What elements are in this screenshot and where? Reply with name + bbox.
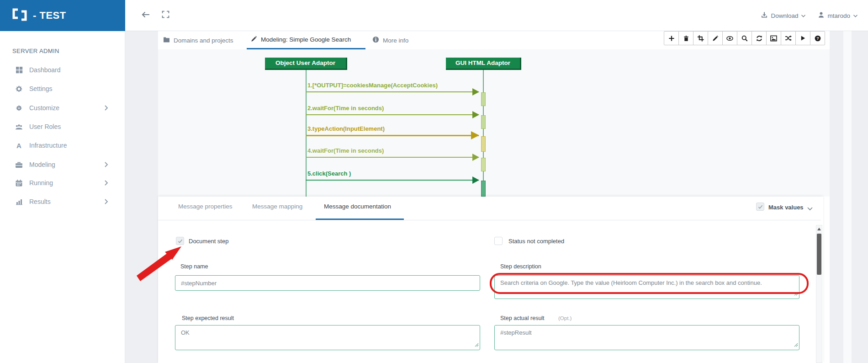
arrowhead-icon [472, 154, 479, 161]
step-actual-result-label: Step actual result [500, 315, 545, 321]
chevron-down-icon [853, 12, 858, 19]
snapshot-button[interactable] [766, 31, 781, 45]
run-button[interactable] [795, 31, 810, 45]
activation-bar [481, 92, 486, 106]
download-menu[interactable]: Download [761, 11, 806, 20]
adaptor-box-gui-html[interactable]: GUI HTML Adaptor [446, 58, 521, 70]
gear-icon [15, 85, 23, 93]
scrollbar-thumb[interactable] [817, 234, 821, 275]
bar-chart-icon [15, 198, 23, 206]
sidebar-item-label: Infrastructure [29, 142, 67, 149]
sidebar-item-customize[interactable]: Customize [0, 99, 125, 117]
sidebar-item-label: Customize [29, 104, 59, 112]
download-label: Download [771, 12, 798, 19]
add-button[interactable] [664, 31, 679, 45]
refresh-button[interactable] [752, 31, 767, 45]
step-actual-result-opt: (Opt.) [558, 315, 572, 321]
calendar-icon [15, 179, 23, 187]
app-root: - TEST SERVER ADMIN Dashboard Settings C… [0, 0, 868, 363]
diagram-toolbar: ? [664, 31, 825, 45]
chevron-down-icon [801, 12, 806, 19]
activation-bar [481, 158, 486, 171]
dashboard-icon [15, 66, 23, 74]
fullscreen-icon[interactable] [162, 11, 172, 21]
step-name-label: Step name [180, 263, 208, 270]
view-button[interactable] [722, 31, 737, 45]
tab-label: Domains and projects [174, 37, 233, 44]
tab-label: More info [383, 37, 408, 44]
lifeline-gui-html-adaptor [483, 70, 484, 197]
check-icon [177, 238, 183, 244]
window-scrollbar-track[interactable] [843, 31, 852, 363]
search-button[interactable] [737, 31, 752, 45]
sidebar-item-dashboard[interactable]: Dashboard [0, 61, 125, 79]
sidebar-item-label: Dashboard [29, 66, 61, 74]
mask-values-label: Mask values [768, 204, 804, 211]
download-icon [761, 11, 768, 20]
edit-button[interactable] [708, 31, 723, 45]
brand-bracket-icon [12, 8, 27, 23]
step-expected-result-label: Step expected result [182, 315, 234, 321]
chevron-right-icon [104, 161, 108, 170]
tab-divider [158, 220, 821, 220]
sidebar-item-label: Settings [29, 85, 53, 92]
delete-button[interactable] [678, 31, 693, 45]
main-tab-bar: Domains and projects Modeling: Simple Go… [158, 31, 830, 49]
sidebar-item-label: Results [29, 198, 51, 205]
arrowhead-icon [472, 111, 479, 118]
sidebar-item-running[interactable]: Running [0, 174, 125, 192]
tab-label: Modeling: Simple Google Search [261, 36, 351, 43]
sidebar-item-user-roles[interactable]: User Roles [0, 117, 125, 136]
tab-message-documentation[interactable]: Message documentation [324, 203, 391, 210]
sidebar-item-infrastructure[interactable]: A Infrastructure [0, 136, 125, 155]
shuffle-button[interactable] [781, 31, 796, 45]
help-button[interactable]: ? [810, 31, 825, 45]
status-not-completed-checkbox[interactable] [494, 237, 503, 245]
step-description-textarea[interactable]: Search criteria on Google. Type the valu… [494, 275, 799, 299]
message-panel: Message properties Message mapping Messa… [158, 197, 823, 363]
tab-more-info[interactable]: More info [368, 31, 408, 49]
cog-icon [15, 104, 23, 112]
user-menu[interactable]: mtarodo [818, 11, 858, 20]
sidebar-item-modeling[interactable]: Modeling [0, 155, 125, 174]
sidebar-item-label: Modeling [29, 161, 55, 168]
sidebar-item-settings[interactable]: Settings [0, 80, 125, 98]
logo-text: - TEST [33, 10, 66, 21]
arrowhead-icon [472, 88, 479, 96]
briefcase-icon [15, 161, 23, 169]
tab-message-mapping[interactable]: Message mapping [252, 203, 302, 210]
sidebar-section-title: SERVER ADMIN [12, 48, 59, 54]
collapse-chevron-icon[interactable] [807, 205, 813, 213]
tab-domains-and-projects[interactable]: Domains and projects [159, 31, 233, 49]
user-icon [818, 11, 825, 20]
top-header: Download mtarodo [125, 0, 868, 31]
step-name-input[interactable] [175, 275, 480, 291]
adaptor-box-object-user[interactable]: Object User Adaptor [265, 58, 347, 70]
app-logo[interactable]: - TEST [0, 0, 125, 31]
chevron-right-icon [104, 180, 108, 188]
step-description-label: Step description [500, 263, 541, 270]
scrollbar-up-arrow[interactable] [816, 225, 822, 232]
step-expected-result-textarea[interactable]: OK [175, 325, 480, 350]
panel-scrollbar[interactable] [816, 225, 822, 363]
mask-values-checkbox[interactable] [756, 203, 764, 211]
sidebar-item-results[interactable]: Results [0, 192, 125, 211]
sidebar-item-label: User Roles [29, 123, 61, 130]
tab-modeling-simple-google-search[interactable]: Modeling: Simple Google Search [247, 31, 365, 49]
status-not-completed-label: Status not completed [508, 238, 564, 245]
crop-button[interactable] [693, 31, 708, 45]
sequence-diagram-canvas[interactable]: Object User Adaptor GUI HTML Adaptor 1.[… [158, 49, 830, 197]
back-button[interactable] [141, 11, 151, 21]
chevron-right-icon [104, 105, 108, 113]
lifeline-object-user-adaptor [306, 70, 307, 197]
step-actual-result-textarea[interactable]: #stepResult [494, 325, 799, 350]
check-icon [757, 204, 763, 210]
document-step-label: Document step [189, 238, 228, 245]
user-name: mtarodo [827, 12, 850, 19]
pencil-icon [251, 36, 257, 43]
main-card: Domains and projects Modeling: Simple Go… [158, 31, 830, 363]
chevron-right-icon [104, 198, 108, 207]
tab-message-properties[interactable]: Message properties [178, 203, 233, 210]
infrastructure-icon: A [15, 142, 23, 149]
document-step-checkbox[interactable] [176, 237, 184, 245]
